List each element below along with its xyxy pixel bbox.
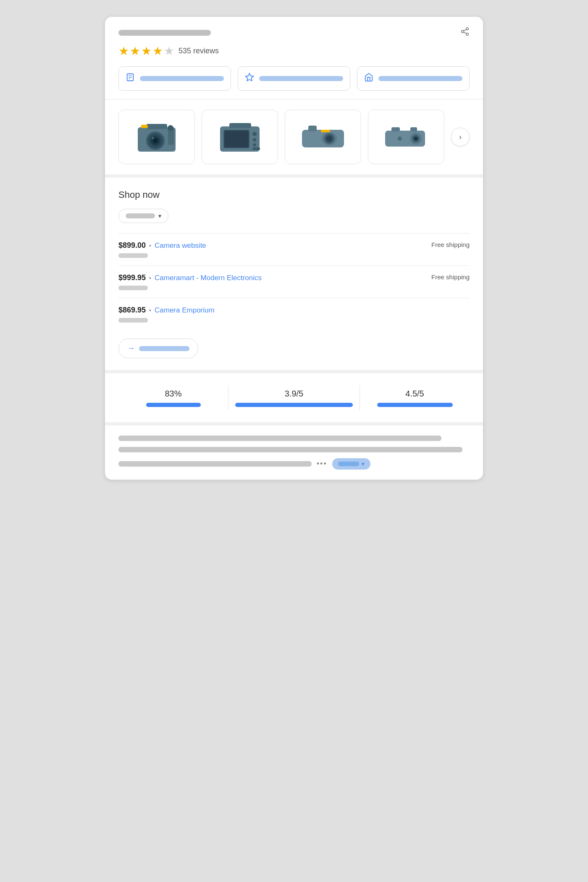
star-2: ★ (130, 44, 140, 58)
stat-recommend-bar (146, 403, 201, 407)
listing-2-shipping: Free shipping (431, 273, 470, 281)
filter-dropdown[interactable]: ▾ (118, 209, 168, 223)
last-row: ••• ▾ (118, 458, 470, 470)
stat-recommend-value: 83% (165, 389, 181, 399)
text-line-3 (118, 461, 312, 467)
chip-label (338, 462, 359, 466)
listing-3-left: $869.95 • Camera Emporium (118, 306, 215, 315)
listing-2: $999.95 • Cameramart - Modern Electronic… (118, 265, 470, 298)
listing-3-store[interactable]: Camera Emporium (155, 306, 215, 315)
svg-rect-40 (410, 127, 417, 131)
listing-2-store[interactable]: Cameramart - Modern Electronics (155, 274, 262, 282)
stats-row: 83% 3.9/5 4.5/5 (118, 385, 470, 410)
listing-3-price: $869.95 (118, 306, 146, 315)
svg-rect-11 (146, 124, 167, 129)
svg-rect-32 (321, 130, 330, 132)
svg-point-25 (253, 138, 256, 142)
stat-rating2-value: 4.5/5 (405, 389, 424, 399)
svg-rect-21 (229, 123, 251, 128)
svg-line-3 (464, 32, 466, 34)
camera-image-3[interactable] (285, 110, 361, 164)
svg-line-4 (464, 29, 466, 31)
svg-rect-23 (224, 131, 249, 147)
listing-1-price: $899.00 (118, 241, 146, 250)
store-icon (364, 73, 373, 84)
top-section: ★ ★ ★ ★ ★ 535 reviews (105, 17, 483, 100)
filter-chevron-icon: ▾ (158, 213, 161, 219)
stat-rating1-value: 3.9/5 (285, 389, 303, 399)
text-line-1 (118, 436, 441, 441)
listing-1-sub (118, 253, 148, 258)
star-rating: ★ ★ ★ ★ ★ (118, 44, 174, 58)
store-button[interactable] (357, 66, 470, 91)
stat-rating1: 3.9/5 (228, 389, 360, 407)
svg-point-26 (253, 143, 256, 147)
svg-point-38 (398, 136, 402, 141)
bottom-section: ••• ▾ (105, 425, 483, 480)
images-section: › (105, 100, 483, 178)
star-4: ★ (152, 44, 163, 58)
svg-rect-39 (391, 127, 400, 131)
stat-rating2: 4.5/5 (360, 389, 470, 407)
stat-rating1-bar (235, 403, 353, 407)
specs-label (140, 76, 224, 81)
listing-2-row: $999.95 • Cameramart - Modern Electronic… (118, 273, 470, 282)
listing-2-dot: • (149, 275, 151, 281)
listing-1: $899.00 • Camera website Free shipping (118, 233, 470, 265)
review-count: 535 reviews (178, 47, 219, 55)
chevron-right-icon: › (459, 133, 462, 142)
stat-recommend: 83% (118, 389, 228, 407)
svg-rect-33 (308, 126, 317, 131)
chip-chevron-icon: ▾ (362, 461, 365, 467)
listing-1-left: $899.00 • Camera website (118, 241, 206, 250)
svg-rect-18 (168, 129, 174, 145)
svg-marker-9 (246, 74, 253, 81)
save-button[interactable] (238, 66, 350, 91)
svg-point-24 (252, 132, 257, 136)
svg-point-17 (152, 137, 154, 139)
product-title-placeholder (118, 30, 211, 36)
ellipsis-icon: ••• (317, 459, 327, 468)
arrow-right-icon: → (127, 344, 135, 353)
text-line-2 (118, 447, 462, 452)
star-5: ★ (164, 44, 174, 58)
svg-point-31 (326, 136, 332, 142)
product-card: ★ ★ ★ ★ ★ 535 reviews (105, 17, 483, 480)
listing-1-shipping: Free shipping (431, 241, 470, 248)
camera-image-1[interactable] (118, 110, 195, 164)
store-label (378, 76, 462, 81)
listing-2-price: $999.95 (118, 273, 146, 282)
camera-image-2[interactable] (202, 110, 278, 164)
star-1: ★ (118, 44, 129, 58)
specs-button[interactable] (118, 66, 231, 91)
save-label (259, 76, 343, 81)
svg-point-19 (168, 125, 173, 131)
stat-rating2-bar (377, 403, 453, 407)
svg-rect-12 (141, 125, 148, 128)
listing-3-dot: • (149, 307, 151, 314)
svg-point-37 (414, 137, 417, 140)
svg-rect-27 (252, 147, 260, 150)
listing-1-store[interactable]: Camera website (155, 242, 206, 250)
title-bar (118, 27, 470, 38)
listing-2-left: $999.95 • Cameramart - Modern Electronic… (118, 273, 262, 282)
listing-1-dot: • (149, 242, 151, 249)
next-images-button[interactable]: › (451, 128, 470, 146)
star-3: ★ (141, 44, 152, 58)
listing-3-row: $869.95 • Camera Emporium (118, 306, 470, 315)
expand-chip[interactable]: ▾ (332, 458, 370, 470)
action-buttons (118, 66, 470, 91)
filter-label (126, 213, 155, 218)
shop-title: Shop now (118, 189, 470, 200)
listing-1-row: $899.00 • Camera website Free shipping (118, 241, 470, 250)
see-more-button[interactable]: → (118, 339, 198, 358)
shop-section: Shop now ▾ $899.00 • Camera website Free… (105, 178, 483, 373)
stats-section: 83% 3.9/5 4.5/5 (105, 373, 483, 425)
camera-image-4[interactable] (368, 110, 444, 164)
share-icon[interactable] (460, 27, 470, 38)
rating-row: ★ ★ ★ ★ ★ 535 reviews (118, 44, 470, 58)
images-row: › (118, 110, 470, 164)
save-star-icon (245, 73, 254, 84)
see-more-label (139, 346, 189, 351)
listing-3-sub (118, 318, 148, 323)
